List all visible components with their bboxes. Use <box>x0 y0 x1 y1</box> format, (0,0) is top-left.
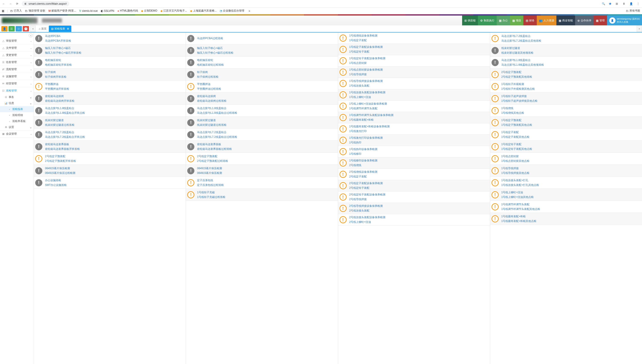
card-link[interactable]: 齿轮箱马达装界面板 <box>197 142 336 147</box>
sidebar-group-2[interactable]: △变更管理⌄ <box>0 52 34 58</box>
header-menu-5[interactable]: 👥人力资源 <box>537 16 556 26</box>
all-bookmarks[interactable]: 🗀 所有书签 <box>626 9 640 13</box>
sidebar-sub-2[interactable]: ⚙设置⌄ <box>0 124 34 130</box>
sidebar-collapse-icon[interactable]: « <box>29 34 33 38</box>
bookmark-item[interactable]: M 邮箱用户登录-阿里... <box>48 9 76 13</box>
card-link[interactable]: 定子压漆包线 <box>197 178 336 183</box>
card-link[interactable]: 2号线连接头装配 <box>349 208 489 213</box>
sidebar-sub-0[interactable]: ☰事务⌄ <box>0 94 34 100</box>
card-link[interactable]: 2号线定子预装配 <box>501 70 641 74</box>
card-link[interactable]: 马达点胶与L7.2线盖粘合开班点检 <box>45 135 184 139</box>
card-link[interactable]: 064915基片保压过程检测 <box>45 171 184 176</box>
profile-icon[interactable]: 👤 <box>629 2 633 6</box>
card-link[interactable]: 1号线连接头装配设备保养检测 <box>349 90 489 95</box>
card-link[interactable]: 齿轮箱马达烘烤 <box>45 94 184 99</box>
sidebar-group-3[interactable]: ☰任务管理⌄ <box>0 59 34 66</box>
card-link[interactable]: 马达点胶与L7.2线盖粘合 <box>501 34 641 38</box>
card-link[interactable]: 1号线激光打印 <box>349 129 489 134</box>
zoom-icon[interactable]: 🔍 <box>601 2 605 6</box>
card-link[interactable]: 轴压入转子铁心+磁石 <box>197 46 336 50</box>
card-link[interactable]: 2号线连接头装配设备保养检测 <box>349 215 489 220</box>
card-link[interactable]: 1号线上铆钉+注油设备保养检测 <box>349 102 489 106</box>
tab-1[interactable]: ▤巡检报表⊗ <box>49 26 71 32</box>
card-link[interactable]: 轴压入转子铁心+磁石 <box>45 46 184 50</box>
card-link[interactable]: 1号线调节杆调节头装配设备保养检测 <box>349 113 489 118</box>
card-link[interactable]: 线束封胶过隧道过程巡检 <box>197 123 336 127</box>
card-link[interactable]: 1号线定转子装配设备保养检测 <box>349 56 489 61</box>
card-link[interactable]: 1号线最终装配+终检 <box>349 118 489 122</box>
card-link[interactable]: 2号线定子装配 <box>349 174 489 179</box>
card-link[interactable]: 平垫圈拌油过程巡检 <box>197 86 336 91</box>
address-bar[interactable]: ◧ smart.ciemis.com/Main.aspx# <box>22 1 69 6</box>
card-link[interactable]: 1号线转子超声波焊接其他点检 <box>501 99 641 103</box>
tab-0[interactable]: ⌂首页 <box>37 26 49 32</box>
card-link[interactable]: 1号线转子超声波焊接 <box>501 94 641 99</box>
card-link[interactable]: 2号线导线焊接设备保养检测 <box>349 204 489 208</box>
sidebar-sub-1[interactable]: 📊信息⌄ <box>0 100 34 106</box>
card-link[interactable]: 马达点胶与L7.2线盖粘合 <box>45 130 184 135</box>
card-link[interactable]: 2号线定子预装配其他巡检 <box>501 74 641 79</box>
card-link[interactable]: 2号线上铆钉+注油 <box>349 220 489 224</box>
card-link[interactable]: 1号线定子装配 <box>349 38 489 43</box>
bookmark-item[interactable]: ◐ SSLVPN <box>101 9 114 12</box>
card-link[interactable]: 1号线最终装配+终检 <box>501 214 641 219</box>
card-link[interactable]: 1号线连接头装配 <box>349 84 489 88</box>
bookmark-item[interactable]: ◆ 上海延鑫汽车座椅... <box>190 9 217 13</box>
card-link[interactable]: 线束封胶过隧道 <box>197 118 336 123</box>
card-link[interactable]: 1号线调节杆调节头装配 <box>501 202 641 207</box>
extensions-icon[interactable]: ⊞ <box>615 2 619 6</box>
card-link[interactable]: 1号线移印设备保养检测 <box>349 158 489 163</box>
tool-btn-2[interactable]: ☰ <box>9 26 15 32</box>
card-link[interactable]: 马达点胶与L1.8线盖粘合 <box>501 58 641 62</box>
card-link[interactable]: 齿轮箱马达烘烤开班首检 <box>45 99 184 103</box>
card-link[interactable]: 线束封胶过隧道过程首检 <box>45 123 184 127</box>
card-link[interactable]: 2号线导线焊接 <box>349 197 489 202</box>
card-link[interactable]: 2号线定子预装配过程巡检 <box>197 159 336 164</box>
sidebar-item-1[interactable]: ▫巡检明细 <box>0 112 34 118</box>
card-link[interactable]: 2号线定转子装配 <box>349 186 489 190</box>
header-menu-0[interactable]: ⊞供应链 <box>462 16 478 26</box>
bookmark-star-icon[interactable]: ★ <box>608 2 612 6</box>
card-link[interactable]: 电机轴压齿轮 <box>45 58 184 62</box>
sidebar-group-6[interactable]: ✉经营管理⌄ <box>0 80 34 87</box>
card-link[interactable]: 齿轮箱马达装界面板开班首检 <box>45 147 184 152</box>
bookmark-overflow[interactable]: » <box>249 9 250 12</box>
card-link[interactable]: 1号线点密封胶其他点检 <box>501 159 641 164</box>
card-link[interactable]: 平垫圈拌油开班首检 <box>45 86 184 91</box>
sidebar-item-2[interactable]: ▫巡检单看板 <box>0 118 34 124</box>
card-link[interactable]: 1号线最终装配+终检其他点检 <box>501 219 641 224</box>
card-link[interactable]: 1号线定子预装配 <box>501 118 641 123</box>
card-link[interactable]: 1号线定子装配 <box>501 130 641 135</box>
card-link[interactable]: 1号线绕线 <box>501 106 641 111</box>
card-link[interactable]: 齿轮箱马达烘烤过程巡检 <box>197 99 336 103</box>
card-link[interactable]: 线束封胶过隧道 <box>45 118 184 123</box>
download-icon[interactable]: ⬇ <box>622 2 626 6</box>
card-link[interactable]: 马达焊PCBA开班首检 <box>45 38 184 43</box>
card-link[interactable]: 马达点胶与L7.2线盖粘合过程巡检 <box>197 135 336 139</box>
card-link[interactable]: 1号线转子充磁 <box>197 190 336 195</box>
card-link[interactable]: 1号线点密封胶设备保养检测 <box>349 68 489 72</box>
site-info-icon[interactable]: ◧ <box>25 2 27 5</box>
back-icon[interactable]: ← <box>2 2 6 6</box>
card-link[interactable]: 定子压漆包线过程巡检 <box>197 183 336 188</box>
card-link[interactable]: 1号线热印设备保养检测 <box>349 147 489 152</box>
card-link[interactable]: 1号线最终装配+终检设备保养检测 <box>349 124 489 129</box>
sidebar-group-1[interactable]: △文件管理⌄ <box>0 44 34 52</box>
card-link[interactable]: 1号线定子装配设备保养检测 <box>349 45 489 50</box>
card-link[interactable]: 2号线绕线 <box>349 163 489 168</box>
card-link[interactable]: 1号线上铆钉+注油 <box>501 190 641 195</box>
card-link[interactable]: 平垫圈拌油 <box>45 82 184 86</box>
card-link[interactable]: 马达点胶与L1.8线盖粘合 <box>197 106 336 111</box>
header-menu-7[interactable]: ⊕合作伙伴 <box>575 16 594 26</box>
card-link[interactable]: 1号线激光打印设备保养检测 <box>349 136 489 140</box>
card-link[interactable]: 转子烘烤 <box>45 70 184 74</box>
card-link[interactable]: 1号线定转子装配 <box>349 50 489 54</box>
card-link[interactable]: 线束封胶过隧道其他项巡检 <box>501 50 641 55</box>
apps-icon[interactable]: ▦ <box>2 9 4 12</box>
card-link[interactable]: 线束封胶过隧道 <box>501 46 641 50</box>
user-block[interactable]: 👤 wenxiangyong (温祥永) 共16人在线 <box>607 16 642 26</box>
card-link[interactable]: 电机轴压齿轮 <box>197 58 336 62</box>
sidebar-group-4[interactable]: ⇄流程管理⌄ <box>0 66 34 73</box>
card-link[interactable]: 1号线热印 <box>349 140 489 145</box>
card-link[interactable]: 1号线点密封胶 <box>501 154 641 159</box>
